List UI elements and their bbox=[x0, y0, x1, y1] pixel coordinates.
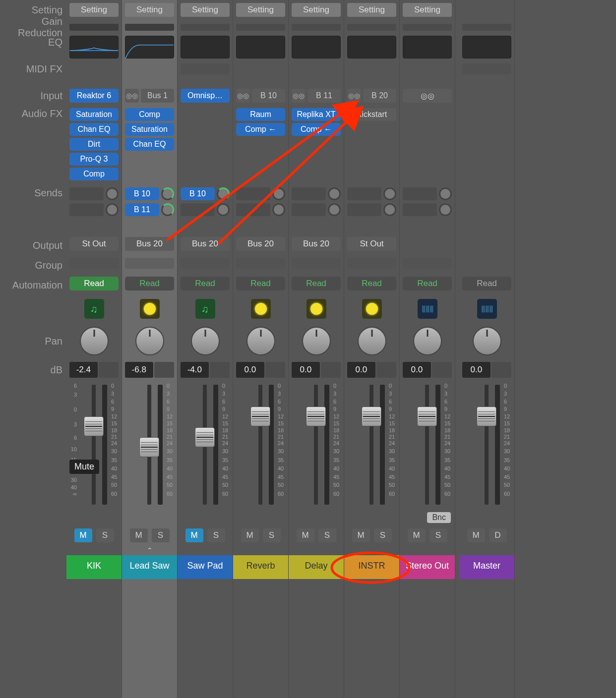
send-slot-empty[interactable] bbox=[236, 203, 270, 216]
peak-indicator[interactable] bbox=[154, 362, 174, 378]
automation-mode-button[interactable]: Read bbox=[347, 277, 396, 291]
track-name[interactable]: Reverb bbox=[233, 555, 288, 576]
aux-icon[interactable] bbox=[140, 299, 160, 319]
send-slot[interactable]: B 10 bbox=[181, 187, 215, 200]
send-slot-empty[interactable] bbox=[69, 187, 104, 200]
send-slot-empty[interactable] bbox=[69, 203, 104, 216]
solo-button[interactable]: S bbox=[263, 528, 281, 542]
send-level-knob[interactable] bbox=[161, 187, 174, 200]
fader-cap[interactable] bbox=[477, 407, 496, 426]
pan-knob[interactable] bbox=[358, 327, 386, 355]
aux-icon[interactable] bbox=[362, 299, 382, 319]
eq-thumbnail[interactable] bbox=[462, 36, 511, 58]
output-slot[interactable]: St Out bbox=[347, 237, 396, 251]
db-value[interactable]: 0.0 bbox=[462, 362, 491, 378]
mute-button[interactable]: M bbox=[74, 528, 92, 542]
solo-button[interactable]: S bbox=[430, 528, 447, 542]
group-slot[interactable] bbox=[125, 258, 174, 269]
fader-track[interactable] bbox=[425, 385, 429, 505]
mute-button[interactable]: M bbox=[241, 528, 259, 542]
eq-thumbnail[interactable] bbox=[292, 36, 341, 58]
output-slot[interactable]: St Out bbox=[69, 237, 119, 251]
output-slot[interactable]: Bus 20 bbox=[292, 237, 341, 251]
eq-thumbnail[interactable] bbox=[347, 36, 396, 58]
mute-button[interactable]: M bbox=[467, 528, 485, 542]
peak-indicator[interactable] bbox=[432, 362, 452, 378]
send-slot[interactable]: B 11 bbox=[125, 203, 159, 216]
pan-knob[interactable] bbox=[413, 327, 442, 355]
setting-button[interactable]: Setting bbox=[347, 3, 396, 17]
send-level-knob[interactable] bbox=[106, 203, 119, 216]
instrument-icon[interactable]: ♫ bbox=[84, 299, 104, 319]
solo-button[interactable]: S bbox=[96, 528, 114, 542]
send-slot-empty[interactable] bbox=[292, 203, 326, 216]
setting-button[interactable]: Setting bbox=[236, 3, 285, 17]
track-name[interactable]: Delay bbox=[289, 555, 344, 576]
bounce-button[interactable]: Bnc bbox=[427, 512, 451, 523]
send-slot-empty[interactable] bbox=[347, 187, 381, 200]
eq-thumbnail[interactable] bbox=[236, 36, 285, 58]
track-name[interactable]: Stereo Out bbox=[400, 555, 455, 576]
audio-fx-plugin[interactable]: Comp ← bbox=[236, 123, 285, 136]
send-slot-empty[interactable] bbox=[347, 203, 381, 216]
fader-track[interactable] bbox=[92, 385, 96, 505]
audio-fx-plugin[interactable]: Comp ← bbox=[292, 123, 341, 136]
setting-button[interactable]: Setting bbox=[403, 3, 452, 17]
input-slot[interactable]: Reaktor 6 bbox=[69, 89, 119, 103]
input-slot[interactable]: Bus 1 bbox=[141, 89, 174, 103]
fader-track[interactable] bbox=[485, 385, 489, 505]
fader-cap[interactable] bbox=[362, 407, 381, 426]
group-slot[interactable] bbox=[69, 258, 119, 269]
aux-icon[interactable] bbox=[251, 299, 271, 319]
eq-thumbnail[interactable] bbox=[69, 36, 119, 58]
setting-button[interactable]: Setting bbox=[125, 3, 174, 17]
solo-button[interactable]: S bbox=[374, 528, 392, 542]
audio-fx-plugin[interactable]: Raum bbox=[236, 108, 285, 121]
send-level-knob[interactable] bbox=[439, 203, 452, 216]
send-level-knob[interactable] bbox=[328, 187, 341, 200]
eq-thumbnail[interactable] bbox=[125, 36, 174, 58]
track-name[interactable]: INSTR bbox=[344, 555, 399, 576]
send-level-knob[interactable] bbox=[161, 203, 174, 216]
fader-cap[interactable] bbox=[417, 407, 437, 426]
db-value[interactable]: 0.0 bbox=[236, 362, 264, 378]
automation-mode-button[interactable]: Read bbox=[69, 277, 119, 291]
solo-button[interactable]: S bbox=[207, 528, 225, 542]
group-slot[interactable] bbox=[347, 258, 396, 269]
output-icon[interactable]: ⦀⦀⦀ bbox=[418, 299, 437, 319]
pan-knob[interactable] bbox=[80, 327, 109, 355]
send-level-knob[interactable] bbox=[439, 187, 452, 200]
pan-knob[interactable] bbox=[191, 327, 220, 355]
chevron-up-icon[interactable]: ⌃ bbox=[147, 546, 153, 554]
db-value[interactable]: 0.0 bbox=[347, 362, 375, 378]
send-level-knob[interactable] bbox=[217, 187, 230, 200]
db-value[interactable]: 0.0 bbox=[292, 362, 320, 378]
db-value[interactable]: -2.4 bbox=[69, 362, 98, 378]
send-level-knob[interactable] bbox=[106, 187, 119, 200]
send-slot[interactable]: B 10 bbox=[125, 187, 159, 200]
output-slot[interactable]: Bus 20 bbox=[181, 237, 230, 251]
group-slot[interactable] bbox=[292, 258, 341, 269]
send-level-knob[interactable] bbox=[272, 203, 285, 216]
fader-track[interactable] bbox=[258, 385, 262, 505]
send-level-knob[interactable] bbox=[272, 187, 285, 200]
output-icon[interactable]: ⦀⦀⦀ bbox=[477, 299, 497, 319]
track-name[interactable]: Master bbox=[459, 555, 514, 576]
send-slot-empty[interactable] bbox=[292, 187, 326, 200]
track-name[interactable]: Saw Pad bbox=[178, 555, 233, 576]
group-slot[interactable] bbox=[403, 258, 452, 269]
audio-fx-plugin[interactable]: Comp bbox=[125, 108, 174, 121]
audio-fx-plugin[interactable]: Pro-Q 3 bbox=[69, 153, 119, 166]
mute-button[interactable]: M bbox=[130, 528, 148, 542]
automation-mode-button[interactable]: Read bbox=[462, 277, 511, 291]
automation-mode-button[interactable]: Read bbox=[181, 277, 230, 291]
midi-fx-slot[interactable] bbox=[462, 63, 511, 74]
output-slot[interactable]: Bus 20 bbox=[236, 237, 285, 251]
solo-button[interactable]: S bbox=[318, 528, 336, 542]
track-name[interactable]: KIK bbox=[66, 555, 122, 576]
audio-fx-plugin[interactable]: Chan EQ bbox=[125, 138, 174, 151]
automation-mode-button[interactable]: Read bbox=[292, 277, 341, 291]
peak-indicator[interactable] bbox=[321, 362, 341, 378]
fader-cap[interactable] bbox=[250, 407, 270, 426]
send-slot-empty[interactable] bbox=[236, 187, 270, 200]
